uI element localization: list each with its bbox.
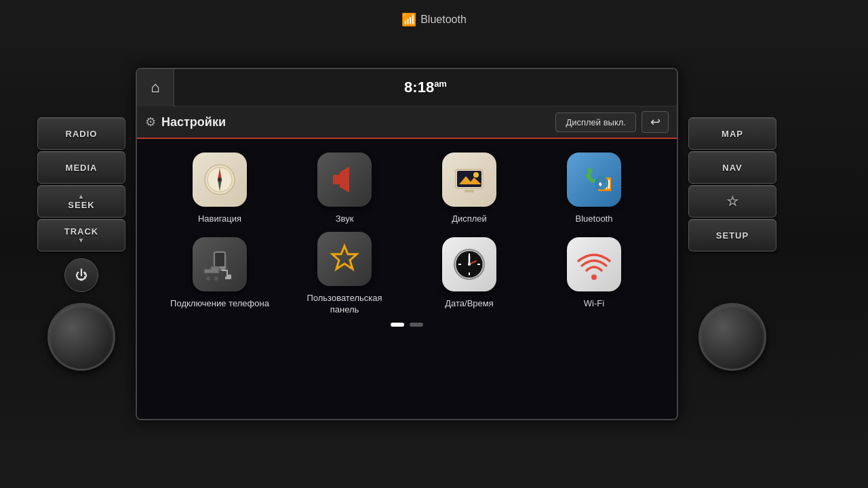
car-unit: 📶 Bluetooth RADIO MEDIA ▲ SEEK TRACK ▼ ⏻ xyxy=(0,0,868,488)
screen: ⌂ 8:18am ⚙ Настройки Дисплей выкл. ↩ xyxy=(136,68,678,420)
setup-button[interactable]: SETUP xyxy=(688,219,776,251)
star-button[interactable]: ☆ xyxy=(688,185,776,218)
radio-button[interactable]: RADIO xyxy=(37,117,125,150)
settings-bar: ⚙ Настройки Дисплей выкл. ↩ xyxy=(137,106,677,139)
bluetooth-top-icon: 📶 xyxy=(401,12,416,27)
svg-point-30 xyxy=(468,263,471,266)
phone-label: Подключение телефона xyxy=(170,298,269,310)
nav-item[interactable]: Навигация xyxy=(169,152,271,225)
datetime-label: Дата/Время xyxy=(445,298,494,310)
grid-area: Навигация Звук xyxy=(137,139,677,419)
user-panel-icon xyxy=(317,232,372,286)
track-down-icon: ▼ xyxy=(78,237,85,244)
sound-icon xyxy=(317,152,372,207)
am-pm-label: am xyxy=(434,79,447,89)
svg-rect-8 xyxy=(465,190,474,192)
wifi-icon xyxy=(567,237,621,291)
settings-icon: ⚙ xyxy=(145,115,156,129)
pagination-dot-1[interactable] xyxy=(391,323,404,327)
grid-row-1: Навигация Звук xyxy=(157,152,656,225)
track-button[interactable]: TRACK ▼ xyxy=(37,219,125,251)
svg-point-10 xyxy=(473,172,479,178)
display-off-button[interactable]: Дисплей выкл. xyxy=(555,113,636,132)
svg-rect-17 xyxy=(228,274,231,279)
time-display: 8:18am xyxy=(174,79,677,96)
back-icon: ↩ xyxy=(650,115,660,129)
left-side-buttons: RADIO MEDIA ▲ SEEK TRACK ▼ ⏻ xyxy=(27,117,136,371)
grid-row-2: Подключение телефона Пользовательская па… xyxy=(157,232,656,316)
svg-text:⬧: ⬧ xyxy=(597,178,603,188)
wifi-item[interactable]: Wi-Fi xyxy=(543,237,645,310)
power-icon: ⏻ xyxy=(75,268,87,283)
map-button[interactable]: MAP xyxy=(688,117,776,150)
screen-header: ⌂ 8:18am xyxy=(137,69,677,106)
sound-item[interactable]: Звук xyxy=(294,152,395,225)
wifi-label: Wi-Fi xyxy=(584,298,604,310)
user-panel-item[interactable]: Пользовательская панель xyxy=(294,232,395,316)
display-item[interactable]: Дисплей xyxy=(418,152,520,225)
datetime-item[interactable]: Дата/Время xyxy=(418,237,520,310)
pagination-dot-2[interactable] xyxy=(410,323,423,327)
phone-item[interactable]: Подключение телефона xyxy=(169,237,271,310)
home-button[interactable]: ⌂ xyxy=(137,69,174,106)
power-button[interactable]: ⏻ xyxy=(64,258,98,292)
pagination xyxy=(157,323,656,332)
seek-up-icon: ▲ xyxy=(78,192,85,200)
bluetooth-label: Bluetooth xyxy=(576,214,613,225)
bluetooth-item[interactable]: 📶 ⬧ Bluetooth xyxy=(543,152,645,225)
nav-icon xyxy=(193,152,247,207)
bluetooth-icon: 📶 ⬧ xyxy=(567,152,621,207)
user-panel-label: Пользовательская панель xyxy=(294,293,395,316)
datetime-icon xyxy=(442,237,496,291)
back-button[interactable]: ↩ xyxy=(642,111,669,133)
display-label: Дисплей xyxy=(452,214,487,225)
bluetooth-indicator: 📶 Bluetooth xyxy=(401,12,467,27)
svg-point-19 xyxy=(214,277,218,281)
settings-title: Настройки xyxy=(161,115,550,129)
right-side-buttons: MAP NAV ☆ SETUP xyxy=(678,117,787,371)
phone-icon xyxy=(193,237,247,291)
svg-rect-5 xyxy=(333,175,340,184)
right-knob[interactable] xyxy=(698,303,766,371)
nav-label: Навигация xyxy=(198,214,241,225)
media-button[interactable]: MEDIA xyxy=(37,151,125,184)
nav-button[interactable]: NAV xyxy=(688,151,776,184)
svg-point-18 xyxy=(206,277,210,281)
svg-marker-20 xyxy=(332,246,357,269)
home-icon: ⌂ xyxy=(151,79,159,96)
svg-point-31 xyxy=(591,274,597,280)
track-label: TRACK xyxy=(64,226,99,237)
sound-label: Звук xyxy=(336,214,354,225)
seek-button[interactable]: ▲ SEEK xyxy=(37,185,125,218)
main-body: RADIO MEDIA ▲ SEEK TRACK ▼ ⏻ ⌂ xyxy=(27,68,841,420)
seek-label: SEEK xyxy=(68,200,94,210)
svg-point-4 xyxy=(218,178,222,182)
star-icon: ☆ xyxy=(726,193,739,209)
left-knob[interactable] xyxy=(47,303,115,371)
display-icon xyxy=(442,152,496,207)
time-value: 8:18 xyxy=(404,79,434,96)
svg-rect-15 xyxy=(215,253,224,266)
bluetooth-top-label: Bluetooth xyxy=(420,14,467,26)
